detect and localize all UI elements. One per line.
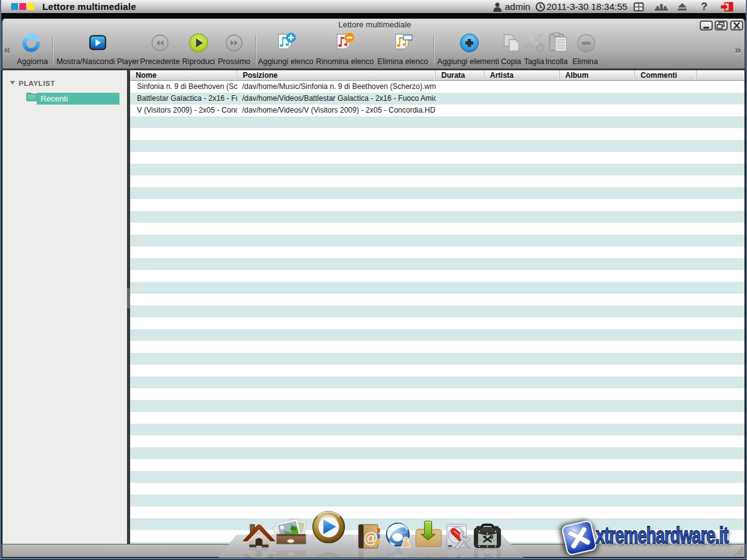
svg-text:@: @	[364, 530, 378, 546]
